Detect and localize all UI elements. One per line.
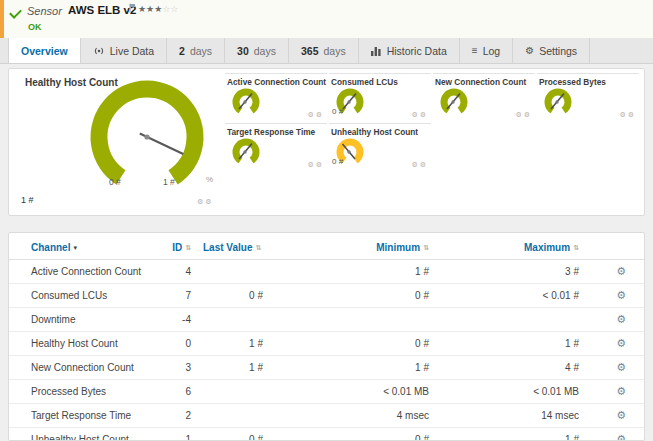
channel-table: Channel▾ ID⇅ Last Value⇅ Minimum⇅ Maximu… (9, 233, 644, 441)
channel-row: Consumed LCUs 7 0 # 0 # < 0.01 # ⚙ (9, 284, 644, 308)
channel-last-value (197, 308, 269, 332)
live-data-icon (93, 46, 105, 56)
channel-gauge-title: Consumed LCUs (329, 74, 431, 87)
tab-label: Log (483, 45, 501, 57)
gear-icon: ⚙ (307, 111, 315, 118)
tab-30-days[interactable]: 30 days (225, 38, 289, 63)
gauge-settings-icons[interactable]: ⚙⚙ (197, 198, 214, 206)
channel-settings-icon[interactable]: ⚙ (616, 337, 626, 349)
tab-label: Overview (21, 45, 68, 57)
gauge-unit-label: % (206, 175, 213, 184)
channel-settings-icon[interactable]: ⚙ (616, 265, 626, 277)
col-header-maximum[interactable]: Maximum⇅ (435, 233, 585, 260)
channel-gauge-title: New Connection Count (433, 74, 535, 87)
channel-settings-icon[interactable]: ⚙ (616, 409, 626, 421)
tab-label-unit: days (324, 45, 346, 57)
gauge-settings-icons[interactable]: ⚙⚙ (307, 111, 324, 119)
channel-row: Unhealthy Host Count 1 0 # 0 # 1 # ⚙ (9, 428, 644, 441)
channel-gauge-value: 0 # (332, 157, 343, 166)
channel-minimum: 1 # (269, 260, 435, 284)
tab-historic-data[interactable]: Historic Data (359, 38, 460, 63)
col-header-label: Last Value (203, 242, 252, 253)
channel-settings-icon[interactable]: ⚙ (616, 313, 626, 325)
gauge-settings-icons[interactable]: ⚙⚙ (515, 111, 532, 119)
gear-icon: ⚙ (411, 161, 419, 168)
tab-settings[interactable]: ⚙ Settings (513, 38, 590, 63)
channel-gauge-target-response-time[interactable]: Target Response Time ⚙⚙ (225, 123, 327, 170)
channel-row: Healthy Host Count 0 1 # 0 # 1 # ⚙ (9, 332, 644, 356)
channel-name: Processed Bytes (9, 380, 159, 404)
channel-gauge-value: 0 # (332, 107, 343, 116)
status-text: OK (28, 22, 42, 32)
tab-label-unit: days (190, 45, 212, 57)
gauge-settings-icons[interactable]: ⚙⚙ (411, 161, 428, 169)
channel-gauge-title: Processed Bytes (537, 74, 639, 87)
tab-log[interactable]: ≡ Log (460, 38, 513, 63)
channel-maximum: < 0.01 # (435, 284, 585, 308)
star-empty-icons: ☆☆ (162, 4, 178, 14)
channel-settings-icon[interactable]: ⚙ (616, 385, 626, 397)
channel-gauge-active-connection-count[interactable]: Active Connection Count ⚙⚙ (225, 73, 327, 120)
col-header-minimum[interactable]: Minimum⇅ (269, 233, 435, 260)
channel-name: New Connection Count (9, 356, 159, 380)
col-header-label: Minimum (376, 242, 420, 253)
channel-maximum: 1 # (435, 332, 585, 356)
priority-stripe (0, 0, 4, 38)
gear-icon: ⚙ (515, 111, 523, 118)
channel-maximum: 3 # (435, 260, 585, 284)
tab-2-days[interactable]: 2 days (167, 38, 225, 63)
channel-name: Target Response Time (9, 404, 159, 428)
channel-id: 4 (159, 260, 197, 284)
gear-icon: ⚙ (420, 161, 428, 168)
tab-label-unit: days (254, 45, 276, 57)
channel-last-value: 1 # (197, 356, 269, 380)
gauge-dial (227, 88, 263, 114)
channel-gauge-unhealthy-host-count[interactable]: Unhealthy Host Count 0 # ⚙⚙ (329, 123, 431, 170)
col-header-channel[interactable]: Channel▾ (9, 233, 159, 260)
gauge-needle-hub (144, 134, 149, 139)
gauge-settings-icons[interactable]: ⚙⚙ (307, 161, 324, 169)
channel-name: Consumed LCUs (9, 284, 159, 308)
col-header-last-value[interactable]: Last Value⇅ (197, 233, 269, 260)
gauge-dial (79, 79, 219, 197)
col-header-settings (585, 233, 644, 260)
channel-last-value: 0 # (197, 284, 269, 308)
tab-live-data[interactable]: Live Data (81, 38, 167, 63)
channel-gauge-new-connection-count[interactable]: New Connection Count ⚙⚙ (433, 73, 535, 120)
tab-label: Settings (539, 45, 577, 57)
gauge-needle-hub (451, 100, 454, 103)
channel-id: 3 (159, 356, 197, 380)
channel-gauge-title: Unhealthy Host Count (329, 124, 431, 137)
tab-overview[interactable]: Overview (8, 38, 81, 63)
tab-bar: Overview Live Data 2 days 30 days 365 da… (0, 38, 653, 64)
channel-row: Downtime -4 ⚙ (9, 308, 644, 332)
channel-id: -4 (159, 308, 197, 332)
gauge-settings-icons[interactable]: ⚙⚙ (619, 111, 636, 119)
channel-minimum: 0 # (269, 284, 435, 308)
gauge-settings-icons[interactable]: ⚙⚙ (411, 111, 428, 119)
gauge-dial (435, 88, 471, 114)
main-gauge-healthy-host-count[interactable]: Healthy Host Count 0 # 1 # 1 # % ⚙⚙ (9, 69, 223, 215)
col-header-label: Channel (31, 242, 70, 253)
gear-icon: ⚙ (411, 111, 419, 118)
channel-settings-icon[interactable]: ⚙ (616, 361, 626, 373)
gear-icon: ⚙ (420, 111, 428, 118)
tab-label-number: 30 (237, 45, 249, 57)
gear-icon: ⚙ (205, 198, 213, 205)
gear-icon: ⚙ (316, 161, 324, 168)
channel-row: Target Response Time 2 4 msec 14 msec ⚙ (9, 404, 644, 428)
col-header-id[interactable]: ID⇅ (159, 233, 197, 260)
channel-last-value (197, 380, 269, 404)
channel-minimum: 1 # (269, 356, 435, 380)
channel-gauge-consumed-lcus[interactable]: Consumed LCUs 0 # ⚙⚙ (329, 73, 431, 120)
channel-gauge-title: Active Connection Count (225, 74, 327, 87)
channel-settings-icon[interactable]: ⚙ (616, 289, 626, 301)
tab-365-days[interactable]: 365 days (289, 38, 359, 63)
channel-gauge-processed-bytes[interactable]: Processed Bytes ⚙⚙ (537, 73, 639, 120)
gear-icon: ⚙ (628, 111, 636, 118)
channel-settings-icon[interactable]: ⚙ (616, 433, 626, 441)
channel-id: 1 (159, 428, 197, 441)
priority-stars[interactable]: ★★★☆☆ (138, 4, 178, 14)
gear-icon: ⚙ (619, 111, 627, 118)
gauge-needle-hub (243, 100, 246, 103)
